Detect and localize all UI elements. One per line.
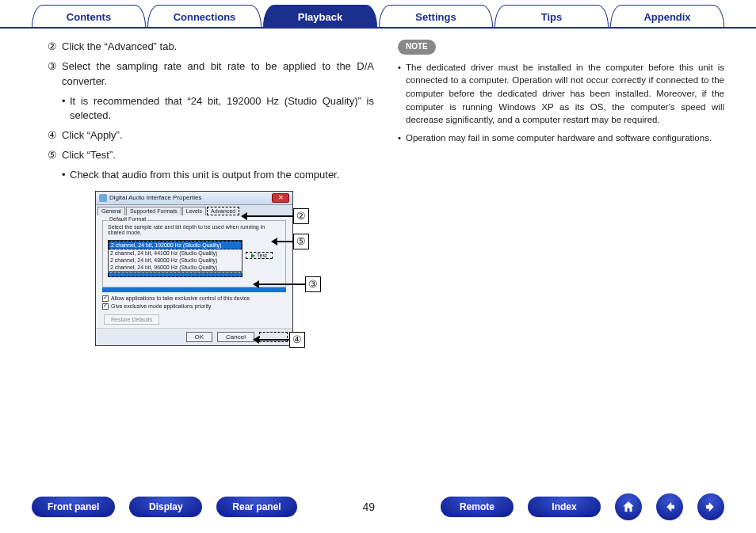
step-2-num: ② <box>48 40 62 55</box>
dialog-titlebar: Digital Audio Interface Properties ✕ <box>96 192 292 205</box>
combo-option-1[interactable]: 2 channel, 24 bit, 44100 Hz (Studio Qual… <box>109 249 242 257</box>
fieldset-legend: Default Format <box>108 216 147 222</box>
dlg-tab-advanced[interactable]: Advanced <box>207 207 239 215</box>
step-3: ③ Select the sampling rate and bit rate … <box>48 59 374 89</box>
step-2-text: Click the “Advanced” tab. <box>62 40 374 55</box>
dialog-footer: OK Cancel <box>96 328 292 345</box>
close-icon[interactable]: ✕ <box>272 193 289 203</box>
test-button[interactable]: Test <box>246 252 273 259</box>
chk2-label: Give exclusive mode applications priorit… <box>111 303 211 310</box>
remote-button[interactable]: Remote <box>441 497 514 517</box>
arrow-right-icon <box>704 500 718 514</box>
dialog-window: Digital Audio Interface Properties ✕ Gen… <box>95 191 293 346</box>
step-3-num: ③ <box>48 59 62 89</box>
tab-playback[interactable]: Playback <box>263 5 377 27</box>
page-number: 49 <box>363 501 376 513</box>
default-format-fieldset: Default Format Select the sample rate an… <box>102 220 286 287</box>
checkbox-icon <box>102 295 109 302</box>
note-badge: NOTE <box>398 40 436 55</box>
play-icon <box>251 253 255 258</box>
step-4-text: Click “Apply”. <box>62 128 374 143</box>
checkbox-icon <box>102 303 109 310</box>
bottom-bar: Front panel Display Rear panel 49 Remote… <box>0 493 756 520</box>
top-nav: Contents Connections Playback Settings T… <box>0 0 756 29</box>
fieldset-desc: Select the sample rate and bit depth to … <box>108 224 281 235</box>
combo-highlight-bar <box>108 272 242 277</box>
speaker-icon <box>99 194 107 202</box>
ok-button[interactable]: OK <box>186 332 213 342</box>
combo-option-0[interactable]: 2 channel, 24 bit, 192000 Hz (Studio Qua… <box>109 241 242 249</box>
test-label: Test <box>257 253 267 258</box>
chk-exclusive-control[interactable]: Allow applications to take exclusive con… <box>102 295 286 302</box>
apply-button-group[interactable] <box>259 332 288 342</box>
tab-contents[interactable]: Contents <box>32 5 146 27</box>
cancel-button[interactable]: Cancel <box>217 332 254 342</box>
home-button[interactable] <box>615 493 642 520</box>
tab-connections[interactable]: Connections <box>147 5 262 27</box>
step-4-num: ④ <box>48 128 62 143</box>
dlg-tab-general[interactable]: General <box>97 207 125 215</box>
dialog-mock-wrap: Digital Audio Interface Properties ✕ Gen… <box>95 191 349 346</box>
step-5-num: ⑤ <box>48 148 62 163</box>
highlight-divider <box>102 287 286 292</box>
step-3-bullet: It is recommended that “24 bit, 192000 H… <box>48 94 374 124</box>
tab-tips[interactable]: Tips <box>494 5 609 27</box>
step-5-bullet: Check that audio from this unit is outpu… <box>48 168 374 183</box>
callout-2-label: ② <box>293 208 309 224</box>
dlg-tab-formats[interactable]: Supported Formats <box>126 207 181 215</box>
arrow-left-icon <box>662 500 677 514</box>
format-combobox[interactable]: 2 channel, 24 bit, 192000 Hz (Studio Qua… <box>108 240 242 272</box>
step-4: ④ Click “Apply”. <box>48 128 374 143</box>
note-item-2: Operation may fail in some computer hard… <box>398 131 724 145</box>
right-column: NOTE The dedicated driver must be instal… <box>398 40 724 346</box>
next-button[interactable] <box>697 493 724 520</box>
dlg-tab-levels[interactable]: Levels <box>182 207 206 215</box>
tab-settings[interactable]: Settings <box>379 5 493 27</box>
dialog-title: Digital Audio Interface Properties <box>109 194 202 201</box>
left-column: ② Click the “Advanced” tab. ③ Select the… <box>48 40 374 346</box>
step-3-text: Select the sampling rate and bit rate to… <box>62 59 374 89</box>
home-icon <box>621 500 636 514</box>
dialog-tabs: General Supported Formats Levels Advance… <box>96 205 292 215</box>
prev-button[interactable] <box>656 493 683 520</box>
restore-defaults-button[interactable]: Restore Defaults <box>104 314 159 325</box>
note-item-1: The dedicated driver must be installed i… <box>398 61 724 127</box>
step-2: ② Click the “Advanced” tab. <box>48 40 374 55</box>
rear-panel-button[interactable]: Rear panel <box>216 497 296 517</box>
step-5-text: Click “Test”. <box>62 148 374 163</box>
page-content: ② Click the “Advanced” tab. ③ Select the… <box>0 29 756 346</box>
display-button[interactable]: Display <box>129 497 202 517</box>
combo-option-2[interactable]: 2 channel, 24 bit, 48000 Hz (Studio Qual… <box>109 257 242 264</box>
tab-appendix[interactable]: Appendix <box>610 5 724 27</box>
index-button[interactable]: Index <box>528 497 601 517</box>
callout-3-label: ③ <box>305 276 321 292</box>
front-panel-button[interactable]: Front panel <box>32 497 115 517</box>
combo-option-3[interactable]: 2 channel, 24 bit, 96000 Hz (Studio Qual… <box>109 264 242 271</box>
chk-exclusive-priority[interactable]: Give exclusive mode applications priorit… <box>102 303 286 310</box>
callout-5-label: ⑤ <box>293 234 309 249</box>
step-5: ⑤ Click “Test”. <box>48 148 374 163</box>
chk1-label: Allow applications to take exclusive con… <box>111 295 250 302</box>
